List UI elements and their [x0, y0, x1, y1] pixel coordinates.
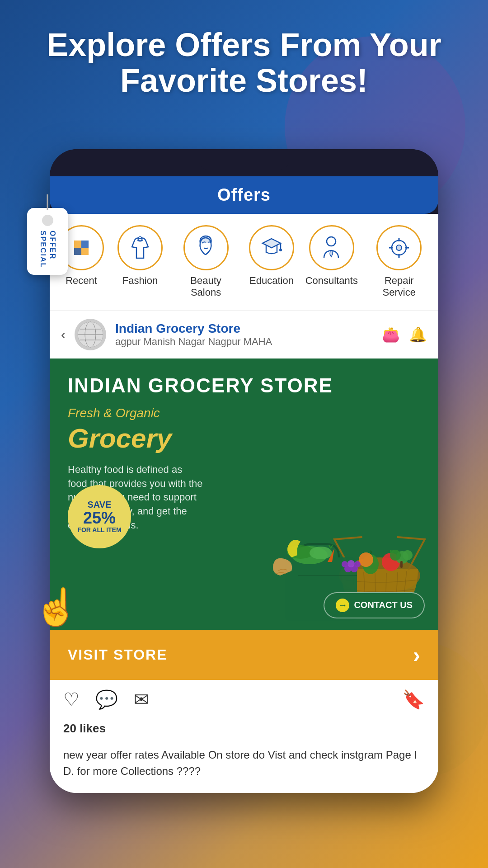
category-item-consultants[interactable]: Consultants	[305, 225, 358, 299]
phone-notch	[199, 156, 289, 170]
fashion-icon	[126, 233, 155, 263]
repair-icon	[385, 233, 414, 263]
contact-us-label: CONTACT US	[354, 600, 413, 610]
banner-fresh-label: Fresh & Organic	[68, 406, 420, 420]
store-address: agpur Manish Nagar Nagpur MAHA	[115, 336, 373, 348]
share-button[interactable]: ✉	[134, 689, 149, 710]
repair-icon-circle	[376, 225, 422, 270]
consultants-icon	[317, 233, 346, 263]
store-info: Indian Grocery Store agpur Manish Nagar …	[115, 321, 373, 348]
app-header-title: Offers	[217, 185, 271, 204]
category-label-recent: Recent	[66, 275, 97, 287]
contact-arrow-icon: →	[336, 599, 349, 612]
beauty-icon-circle	[183, 225, 229, 270]
contact-us-button[interactable]: → CONTACT US	[324, 592, 425, 618]
store-logo	[77, 321, 104, 348]
special-offer-tag: SPECIAL OFFER	[27, 208, 68, 275]
header-section: Explore Offers From Your Favorite Stores…	[18, 27, 470, 99]
svg-point-36	[342, 561, 348, 567]
category-item-repair[interactable]: Repair Service	[367, 225, 432, 299]
category-row: Recent Fashion	[50, 214, 438, 310]
phone-top-bar	[50, 149, 438, 176]
visit-store-label: VISIT STORE	[68, 646, 168, 663]
category-label-beauty: Beauty Salons	[174, 275, 238, 299]
save-badge: SAVE 25% FOR ALL ITEM	[68, 485, 131, 548]
main-headline: Explore Offers From Your Favorite Stores…	[18, 27, 470, 99]
category-label-consultants: Consultants	[305, 275, 358, 287]
education-icon	[257, 233, 286, 263]
save-percent: 25%	[83, 510, 116, 526]
hand-cursor-icon: ☝️	[34, 586, 79, 628]
store-avatar	[75, 319, 106, 350]
comment-button[interactable]: 💬	[95, 689, 118, 710]
description-section: new year offer rates Available On store …	[50, 742, 438, 793]
svg-point-2	[279, 249, 282, 251]
back-button[interactable]: ‹	[61, 327, 66, 342]
social-actions-bar: ♡ 💬 ✉ 🔖	[50, 680, 438, 719]
bookmark-button[interactable]: 🔖	[402, 689, 425, 710]
special-offer-label: SPECIAL OFFER	[39, 231, 56, 268]
likes-section: 20 likes	[50, 719, 438, 742]
post-description: new year offer rates Available On store …	[63, 749, 417, 777]
phone-mockup: Offers Recent	[50, 149, 438, 793]
notification-icon[interactable]: 🔔	[409, 326, 427, 343]
category-label-fashion: Fashion	[122, 275, 158, 287]
app-content: Recent Fashion	[50, 214, 438, 793]
fashion-icon-circle	[117, 225, 163, 270]
app-header-bar: Offers	[50, 176, 438, 214]
category-label-repair: Repair Service	[367, 275, 432, 299]
category-item-beauty[interactable]: Beauty Salons	[174, 225, 238, 299]
svg-point-5	[396, 245, 402, 250]
svg-marker-1	[263, 239, 281, 248]
save-sub: FOR ALL ITEM	[77, 526, 121, 533]
social-left-actions: ♡ 💬 ✉	[63, 689, 149, 710]
banner-main-product: Grocery	[68, 423, 420, 454]
recent-icon	[67, 233, 96, 263]
banner-store-title: INDIAN GROCERY STORE	[68, 374, 420, 397]
education-icon-circle	[249, 225, 294, 270]
svg-rect-29	[400, 561, 403, 568]
category-item-fashion[interactable]: Fashion	[115, 225, 165, 299]
store-header: ‹ Indian Grocery Store agpur Manish Naga…	[50, 310, 438, 359]
grocery-banner: INDIAN GROCERY STORE Fresh & Organic Gro…	[50, 359, 438, 630]
visit-store-bar[interactable]: VISIT STORE ›	[50, 630, 438, 680]
like-button[interactable]: ♡	[63, 689, 80, 710]
consultants-icon-circle	[309, 225, 354, 270]
store-actions: 👛 🔔	[382, 326, 427, 343]
visit-store-arrow-icon: ›	[413, 642, 420, 667]
svg-point-35	[347, 560, 355, 567]
tag-hole	[42, 215, 53, 226]
svg-point-3	[327, 237, 336, 246]
category-label-education: Education	[249, 275, 294, 287]
category-item-education[interactable]: Education	[247, 225, 296, 299]
beauty-icon	[191, 233, 221, 263]
store-name: Indian Grocery Store	[115, 321, 373, 336]
wallet-icon[interactable]: 👛	[382, 326, 400, 343]
likes-count: 20 likes	[63, 722, 106, 735]
svg-point-37	[354, 561, 361, 567]
